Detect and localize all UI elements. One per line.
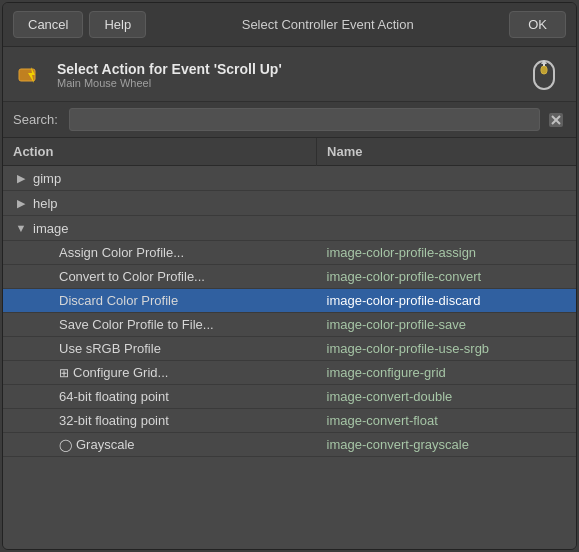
name-cell: image-color-profile-save — [317, 313, 576, 337]
action-label: Convert to Color Profile... — [59, 269, 205, 284]
expand-icon[interactable]: ▶ — [13, 195, 29, 211]
name-cell — [317, 191, 576, 216]
mouse-icon — [526, 59, 562, 91]
toolbar: Cancel Help Select Controller Event Acti… — [3, 3, 576, 47]
table-header-row: Action Name — [3, 138, 576, 166]
action-icon — [15, 59, 47, 91]
column-name: Name — [317, 138, 576, 166]
expand-icon[interactable]: ▶ — [13, 170, 29, 186]
action-cell: ▶help — [3, 191, 317, 216]
device-icon — [524, 57, 564, 93]
name-cell — [317, 216, 576, 241]
action-cell: 32-bit floating point — [3, 409, 317, 433]
grid-icon: ⊞ — [59, 366, 69, 380]
toolbar-title: Select Controller Event Action — [152, 17, 503, 32]
name-cell: image-configure-grid — [317, 361, 576, 385]
dialog: Cancel Help Select Controller Event Acti… — [2, 2, 577, 550]
table-container: Action Name ▶gimp▶help▼imageAssign Color… — [3, 138, 576, 549]
action-cell: Use sRGB Profile — [3, 337, 317, 361]
name-cell: image-color-profile-assign — [317, 241, 576, 265]
action-label: help — [33, 196, 58, 211]
ok-button[interactable]: OK — [509, 11, 566, 38]
header-text: Select Action for Event 'Scroll Up' Main… — [57, 61, 524, 89]
expand-icon[interactable]: ▼ — [13, 220, 29, 236]
action-cell: Save Color Profile to File... — [3, 313, 317, 337]
header-subtitle: Main Mouse Wheel — [57, 77, 524, 89]
name-cell: image-color-profile-convert — [317, 265, 576, 289]
action-label: Use sRGB Profile — [59, 341, 161, 356]
action-label: image — [33, 221, 68, 236]
header-title: Select Action for Event 'Scroll Up' — [57, 61, 524, 77]
action-label: Assign Color Profile... — [59, 245, 184, 260]
name-cell: image-convert-double — [317, 385, 576, 409]
cancel-button[interactable]: Cancel — [13, 11, 83, 38]
search-bar: Search: — [3, 102, 576, 138]
name-cell — [317, 166, 576, 191]
action-cell: ◯Grayscale — [3, 433, 317, 457]
table-row[interactable]: ▶gimp — [3, 166, 576, 191]
action-cell: 64-bit floating point — [3, 385, 317, 409]
table-row[interactable]: ◯Grayscaleimage-convert-grayscale — [3, 433, 576, 457]
grayscale-icon: ◯ — [59, 438, 72, 452]
table-row[interactable]: ⊞Configure Grid...image-configure-grid — [3, 361, 576, 385]
action-label: 64-bit floating point — [59, 389, 169, 404]
action-cell: ▶gimp — [3, 166, 317, 191]
help-button[interactable]: Help — [89, 11, 146, 38]
action-label: Discard Color Profile — [59, 293, 178, 308]
svg-rect-4 — [541, 66, 547, 74]
action-label: Configure Grid... — [73, 365, 168, 380]
table-row[interactable]: Discard Color Profileimage-color-profile… — [3, 289, 576, 313]
search-label: Search: — [13, 112, 63, 127]
action-label: gimp — [33, 171, 61, 186]
action-cell: Convert to Color Profile... — [3, 265, 317, 289]
table-row[interactable]: Assign Color Profile...image-color-profi… — [3, 241, 576, 265]
action-label: Grayscale — [76, 437, 135, 452]
clear-icon — [548, 112, 564, 128]
action-label: 32-bit floating point — [59, 413, 169, 428]
search-input[interactable] — [69, 108, 540, 131]
name-cell: image-convert-grayscale — [317, 433, 576, 457]
table-row[interactable]: Convert to Color Profile...image-color-p… — [3, 265, 576, 289]
table-row[interactable]: Save Color Profile to File...image-color… — [3, 313, 576, 337]
name-cell: image-convert-float — [317, 409, 576, 433]
column-action: Action — [3, 138, 317, 166]
name-cell: image-color-profile-use-srgb — [317, 337, 576, 361]
header: Select Action for Event 'Scroll Up' Main… — [3, 47, 576, 102]
name-cell: image-color-profile-discard — [317, 289, 576, 313]
clear-search-button[interactable] — [546, 110, 566, 130]
action-table: Action Name ▶gimp▶help▼imageAssign Color… — [3, 138, 576, 457]
action-label: Save Color Profile to File... — [59, 317, 214, 332]
action-cell: ⊞Configure Grid... — [3, 361, 317, 385]
table-row[interactable]: Use sRGB Profileimage-color-profile-use-… — [3, 337, 576, 361]
action-cell: ▼image — [3, 216, 317, 241]
table-row[interactable]: 32-bit floating pointimage-convert-float — [3, 409, 576, 433]
table-row[interactable]: ▼image — [3, 216, 576, 241]
table-row[interactable]: 64-bit floating pointimage-convert-doubl… — [3, 385, 576, 409]
action-cell: Discard Color Profile — [3, 289, 317, 313]
header-svg-icon — [17, 61, 45, 89]
action-cell: Assign Color Profile... — [3, 241, 317, 265]
table-row[interactable]: ▶help — [3, 191, 576, 216]
